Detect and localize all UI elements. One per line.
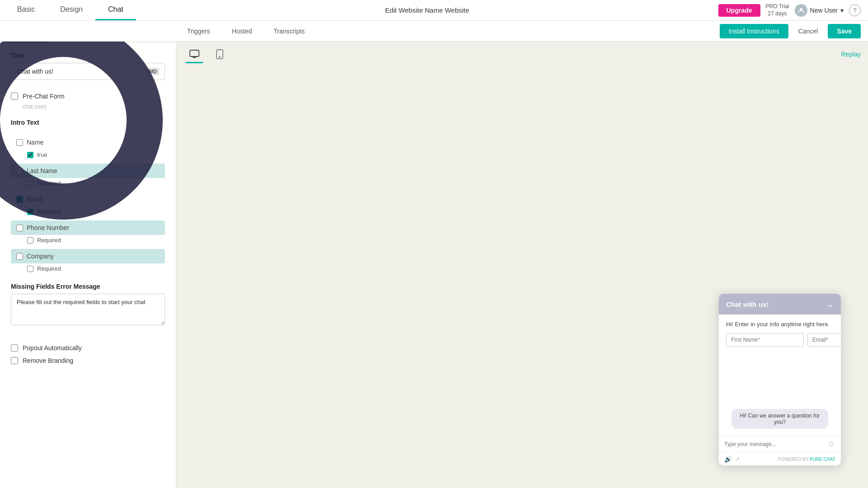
- field-name-required-row: true: [11, 150, 165, 162]
- field-last-name-checkbox[interactable]: [16, 168, 23, 174]
- field-email-bar: Email: [11, 192, 165, 206]
- intro-text-label: Intro Text: [11, 119, 165, 126]
- pure-chat-link[interactable]: PURE CHAT: [810, 457, 835, 462]
- pre-chat-form-section: Pre-Chat Form chat.com): [11, 89, 165, 110]
- desktop-icon: [189, 48, 200, 59]
- help-button[interactable]: ?: [849, 5, 861, 16]
- left-content: Title MD Pre-Chat Form chat.com) Intro T…: [0, 43, 176, 381]
- install-instructions-button[interactable]: Install Instructions: [720, 24, 788, 38]
- field-phone-required-row: Required: [11, 235, 165, 247]
- field-company-required-label[interactable]: Required: [37, 265, 61, 272]
- branding-checkbox[interactable]: [11, 357, 18, 364]
- chevron-down-icon: ▾: [840, 7, 844, 14]
- external-link-icon[interactable]: ↗: [735, 455, 740, 463]
- field-email-required-label[interactable]: Required: [37, 208, 61, 215]
- powered-by: POWERED BY PURE CHAT: [778, 457, 835, 462]
- field-email-required-checkbox[interactable]: [27, 209, 33, 215]
- pre-chat-form-checkbox[interactable]: [11, 93, 18, 100]
- top-bar-tabs: Basic Design Chat: [0, 0, 136, 20]
- field-last-name-required-label[interactable]: Required: [37, 180, 61, 187]
- pre-chat-form-row: Pre-Chat Form: [11, 89, 165, 103]
- chat-widget-title: Chat with us!: [726, 300, 769, 308]
- chat-intro-text: Hi! Enter in your info anytime right her…: [726, 321, 834, 328]
- field-phone-label[interactable]: Phone Number: [27, 224, 69, 231]
- field-phone-checkbox[interactable]: [16, 225, 23, 231]
- main-area: Replay Chat with us! ⌄ Hi! Enter in your…: [176, 42, 868, 488]
- missing-fields-label: Missing Fields Error Message: [11, 283, 165, 290]
- desktop-device-button[interactable]: [185, 45, 203, 63]
- field-phone-bar: Phone Number: [11, 221, 165, 235]
- pre-chat-form-hint: chat.com): [11, 103, 165, 110]
- branding-label[interactable]: Remove Branding: [23, 357, 73, 364]
- pro-trial: PRO Trial 27 days: [766, 3, 789, 17]
- field-name-required-label[interactable]: true: [37, 151, 47, 158]
- chat-bubble: Hi! Can we answer a question for you?: [731, 409, 828, 429]
- field-name-required-checkbox[interactable]: [27, 152, 33, 158]
- cancel-button[interactable]: Cancel: [794, 25, 823, 38]
- field-company-required-checkbox[interactable]: [27, 266, 33, 272]
- chat-widget-preview: Chat with us! ⌄ Hi! Enter in your info a…: [719, 294, 841, 465]
- tablet-device-button[interactable]: [211, 45, 229, 63]
- tablet-icon: [214, 49, 225, 60]
- upgrade-button[interactable]: Upgrade: [718, 4, 760, 17]
- field-last-name-label[interactable]: Last Name: [27, 167, 57, 174]
- user-menu[interactable]: New User ▾: [795, 4, 844, 17]
- tab-triggers[interactable]: Triggers: [176, 21, 221, 41]
- emoji-icon[interactable]: ☺: [827, 439, 835, 449]
- field-company-bar: Company: [11, 249, 165, 263]
- top-bar-right: Upgrade PRO Trial 27 days New User ▾ ?: [718, 3, 868, 17]
- popout-option: Popout Automatically: [11, 342, 165, 354]
- tab-transcripts[interactable]: Transcripts: [263, 21, 316, 41]
- sound-icon[interactable]: 🔊: [724, 455, 732, 463]
- missing-fields-textarea[interactable]: Please fill out the required fields to s…: [11, 294, 165, 325]
- field-name-label[interactable]: Name: [27, 139, 43, 146]
- missing-fields-section: Missing Fields Error Message Please fill…: [11, 283, 165, 327]
- title-label: Title: [11, 52, 165, 59]
- tab-hosted[interactable]: Hosted: [221, 21, 263, 41]
- avatar: [795, 4, 807, 17]
- field-email-checkbox[interactable]: [16, 196, 23, 203]
- tab-chat[interactable]: Chat: [95, 0, 136, 20]
- field-email: Email Required: [11, 192, 165, 219]
- left-panel: Pre-Chat In-Chat After Title MD Pre-Chat…: [0, 0, 176, 488]
- save-button[interactable]: Save: [828, 24, 861, 38]
- branding-option: Remove Branding: [11, 354, 165, 367]
- tab-basic[interactable]: Basic: [5, 0, 47, 20]
- popout-label[interactable]: Popout Automatically: [23, 344, 82, 352]
- field-phone-required-label[interactable]: Required: [37, 237, 61, 244]
- chat-footer-icons: 🔊 ↗ POWERED BY PURE CHAT: [719, 452, 841, 465]
- field-last-name: Last Name Required: [11, 164, 165, 190]
- popout-checkbox[interactable]: [11, 344, 18, 352]
- field-email-label[interactable]: Email: [27, 196, 42, 203]
- page-title: Edit Website Name Website: [136, 6, 718, 14]
- title-input[interactable]: [17, 68, 143, 75]
- tab-design[interactable]: Design: [47, 0, 95, 20]
- second-bar-tabs: Triggers Hosted Transcripts: [176, 21, 316, 41]
- field-phone: Phone Number Required: [11, 221, 165, 247]
- chat-widget-close-icon[interactable]: ⌄: [827, 299, 834, 309]
- form-fields: Name true Last Name Required: [11, 135, 165, 276]
- chat-bubble-container: Hi! Can we answer a question for you?: [726, 409, 834, 429]
- chat-message-area: [726, 350, 834, 404]
- field-last-name-required-row: Required: [11, 178, 165, 190]
- pre-chat-form-label[interactable]: Pre-Chat Form: [23, 93, 65, 100]
- chat-widget-header: Chat with us! ⌄: [719, 294, 841, 314]
- top-bar: Basic Design Chat Edit Website Name Webs…: [0, 0, 868, 21]
- field-last-name-bar: Last Name: [11, 164, 165, 178]
- chat-footer: ☺: [719, 435, 841, 452]
- title-section: Title MD: [11, 52, 165, 80]
- second-bar: Triggers Hosted Transcripts Install Inst…: [0, 21, 868, 42]
- preview-bar: Replay: [176, 42, 868, 67]
- field-phone-required-checkbox[interactable]: [27, 237, 33, 244]
- field-company-label[interactable]: Company: [27, 253, 54, 260]
- field-last-name-required-checkbox[interactable]: [27, 180, 33, 187]
- field-company-required-row: Required: [11, 263, 165, 276]
- chat-first-name-input[interactable]: [726, 333, 804, 347]
- md-icon[interactable]: MD: [147, 68, 159, 75]
- replay-button[interactable]: Replay: [841, 51, 861, 58]
- chat-form-row: [726, 333, 834, 347]
- chat-type-input[interactable]: [724, 441, 824, 447]
- field-name-checkbox[interactable]: [16, 139, 23, 146]
- field-company-checkbox[interactable]: [16, 253, 23, 260]
- chat-email-input[interactable]: [807, 333, 841, 347]
